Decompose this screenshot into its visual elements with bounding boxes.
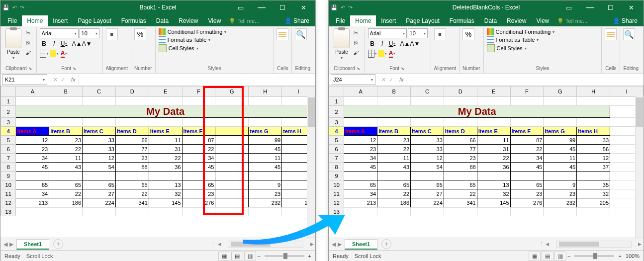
cell[interactable] [49,172,83,180]
maximize-button[interactable]: ☐ [601,0,621,14]
row-header[interactable]: 13 [329,207,344,216]
cells-icon[interactable] [276,28,288,40]
view-page-layout-icon[interactable]: ▤ [231,252,243,261]
row-header[interactable]: 13 [1,207,16,216]
clipboard-launcher-icon[interactable]: ⬊ [357,66,362,71]
row-header[interactable]: 3 [1,118,16,127]
column-header[interactable]: G [544,87,577,97]
cell[interactable]: 34 [510,154,544,163]
row-header[interactable]: 5 [329,136,344,145]
cell[interactable] [444,207,477,216]
italic-button[interactable]: I [50,39,59,48]
tab-formulas[interactable]: Formulas [445,15,479,26]
font-color-button[interactable]: A▾ [388,49,397,58]
cell[interactable]: 23 [182,189,215,198]
cell[interactable] [344,118,377,127]
tab-review[interactable]: Review [174,15,203,26]
cell[interactable]: 33 [83,136,116,145]
sheet-tab[interactable]: Sheet1 [345,239,377,250]
table-header-cell[interactable]: Items C [83,127,116,136]
cell[interactable]: 23 [444,154,477,163]
cell[interactable]: 22 [444,189,477,198]
cell[interactable]: 65 [377,180,411,189]
cell[interactable]: 34 [16,189,49,198]
cell[interactable]: 66 [115,136,149,145]
cell[interactable]: 27 [83,189,116,198]
copy-icon[interactable]: ⎘ [23,38,32,47]
cell[interactable] [377,118,411,127]
cell[interactable]: 23 [377,136,411,145]
cell[interactable] [115,118,149,127]
column-header[interactable]: G [215,87,249,97]
cell[interactable] [411,118,444,127]
zoom-in-button[interactable]: + [308,253,311,259]
cell[interactable] [444,118,477,127]
cell[interactable]: 65 [16,180,49,189]
table-header-cell[interactable] [215,127,249,136]
table-header-cell[interactable]: Items F [182,127,215,136]
cell[interactable]: 54 [83,163,116,172]
cell[interactable]: 232 [249,198,282,207]
copy-icon[interactable]: ⎘ [352,38,361,47]
row-header[interactable]: 8 [329,163,344,172]
cell[interactable]: 11 [149,136,182,145]
cell[interactable] [344,207,377,216]
underline-button[interactable]: U▾ [388,39,397,48]
format-painter-icon[interactable]: 🖌 [23,48,32,57]
format-as-table-button[interactable]: Format as Table ▾ [487,36,599,43]
font-size-select[interactable]: 10▾ [408,28,428,38]
cell[interactable] [544,207,577,216]
cell[interactable] [16,207,49,216]
cell[interactable] [411,172,444,180]
row-header[interactable]: 6 [1,145,16,154]
formula-input[interactable] [407,75,644,85]
fx-icon[interactable]: fx [71,77,76,83]
fill-color-button[interactable]: ▾ [50,49,59,58]
hscroll-left-icon[interactable]: ◀ [216,241,223,248]
column-header[interactable]: D [444,87,477,97]
cell[interactable]: 205 [577,198,610,207]
alignment-icon[interactable]: ≡ [106,28,118,40]
cell[interactable]: 9 [544,180,577,189]
cell[interactable]: 31 [149,145,182,154]
cell[interactable]: 224 [83,198,116,207]
cell[interactable]: 224 [411,198,444,207]
cell[interactable]: 276 [510,198,544,207]
table-header-cell[interactable]: Items B [377,127,411,136]
cell[interactable]: 45 [544,163,577,172]
column-header[interactable]: C [411,87,444,97]
font-color-button[interactable]: A▾ [60,49,69,58]
cell[interactable] [16,172,49,180]
sheet-nav-prev-icon[interactable]: ◀ [332,241,336,248]
cell[interactable] [182,118,215,127]
tell-me[interactable]: 💡 Tell me... [554,16,590,26]
row-header[interactable]: 8 [1,163,16,172]
table-header-cell[interactable]: Items D [115,127,149,136]
sheet-nav-prev-icon[interactable]: ◀ [3,241,7,248]
cell[interactable]: 34 [344,189,377,198]
cell[interactable] [249,207,282,216]
cell[interactable]: 22 [377,145,411,154]
cell[interactable] [149,207,182,216]
tell-me[interactable]: 💡 Tell me... [226,16,262,26]
cell[interactable]: 11 [544,154,577,163]
cell[interactable]: 13 [477,180,510,189]
table-header-cell[interactable]: Items A [344,127,377,136]
row-header[interactable]: 1 [329,97,344,106]
share-button[interactable]: 👤 Share [280,15,313,26]
cell[interactable] [182,172,215,180]
cell[interactable]: 12 [83,154,116,163]
font-launcher-icon[interactable]: ⬊ [73,66,78,71]
cell[interactable] [344,172,377,180]
fill-color-button[interactable]: ▾ [378,49,387,58]
cut-icon[interactable]: ✂ [352,28,361,37]
cell[interactable] [16,118,49,127]
clipboard-launcher-icon[interactable]: ⬊ [28,66,33,71]
table-header-cell[interactable]: Items D [444,127,477,136]
cell[interactable]: 22 [477,154,510,163]
cell[interactable] [377,172,411,180]
cell[interactable] [477,207,510,216]
cell[interactable] [215,145,249,154]
number-format-icon[interactable]: % [134,28,146,40]
cell[interactable]: 56 [577,145,610,154]
